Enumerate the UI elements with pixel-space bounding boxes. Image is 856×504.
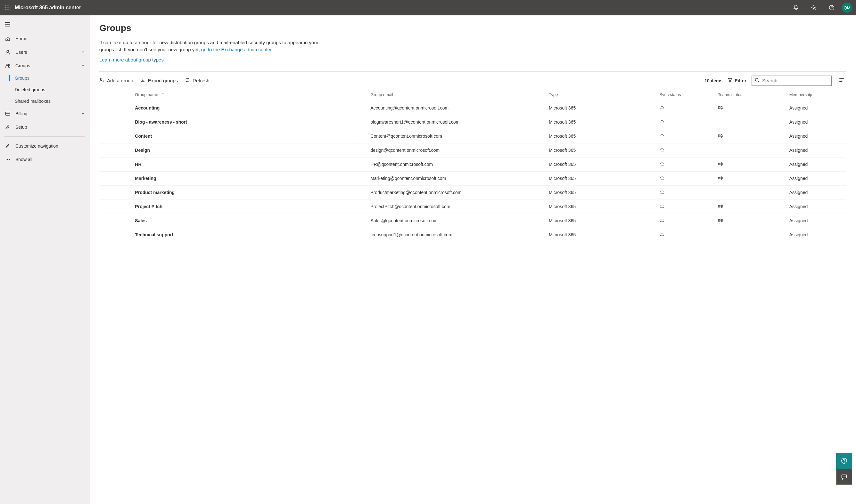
item-count: 10 items bbox=[705, 78, 723, 83]
floating-help-button[interactable] bbox=[836, 453, 852, 469]
cell-type: Microsoft 365 bbox=[549, 228, 659, 242]
avatar[interactable]: QM bbox=[842, 3, 852, 13]
cell-name[interactable]: HR bbox=[135, 157, 342, 171]
cell-name[interactable]: Sales bbox=[135, 214, 342, 228]
floating-feedback-button[interactable] bbox=[836, 469, 852, 485]
sidebar-item-billing[interactable]: Billing bbox=[0, 107, 90, 121]
table-row[interactable]: Blog - awareness - shortblogawareshort1@… bbox=[99, 115, 846, 129]
search-box[interactable] bbox=[752, 76, 832, 86]
table-row[interactable]: Project PitchProjectPitch@qcontent.onmic… bbox=[99, 199, 846, 214]
notifications-icon[interactable] bbox=[788, 0, 803, 15]
cell-name[interactable]: Blog - awareness - short bbox=[135, 115, 342, 129]
cell-email: Content@qcontent.onmicrosoft.com bbox=[370, 129, 549, 143]
cell-name[interactable]: Accounting bbox=[135, 101, 342, 115]
sidebar-item-label: Customize navigation bbox=[15, 143, 58, 148]
cell-teams bbox=[718, 101, 789, 115]
row-actions-button[interactable] bbox=[342, 176, 368, 181]
app-title: Microsoft 365 admin center bbox=[15, 5, 81, 11]
row-actions-button[interactable] bbox=[342, 190, 368, 195]
cell-teams bbox=[718, 129, 789, 143]
cell-name[interactable]: Design bbox=[135, 143, 342, 157]
row-actions-button[interactable] bbox=[342, 106, 368, 110]
sidebar-subitem-groups[interactable]: Groups bbox=[0, 72, 90, 84]
filter-button[interactable]: Filter bbox=[728, 77, 746, 84]
table-row[interactable]: Designdesign@qcontent.onmicrosoft.comMic… bbox=[99, 143, 846, 157]
cloud-icon bbox=[659, 106, 664, 111]
col-sync-status[interactable]: Sync status bbox=[659, 88, 718, 101]
row-actions-button[interactable] bbox=[342, 120, 368, 124]
sidebar-item-setup[interactable]: Setup bbox=[0, 121, 90, 134]
cell-teams bbox=[718, 214, 789, 228]
filter-icon bbox=[728, 77, 733, 84]
search-icon bbox=[754, 77, 760, 84]
cell-email: design@qcontent.onmicrosoft.com bbox=[370, 143, 549, 157]
filter-label: Filter bbox=[735, 78, 746, 83]
teams-icon bbox=[718, 162, 724, 167]
cell-membership: Assigned bbox=[789, 143, 846, 157]
teams-icon bbox=[718, 134, 724, 139]
sidebar-item-groups[interactable]: Groups bbox=[0, 59, 90, 72]
cell-membership: Assigned bbox=[789, 185, 846, 199]
row-actions-button[interactable] bbox=[342, 232, 368, 237]
add-group-button[interactable]: Add a group bbox=[99, 77, 133, 84]
search-input[interactable] bbox=[762, 78, 829, 83]
home-icon bbox=[4, 36, 11, 41]
cell-membership: Assigned bbox=[789, 199, 846, 214]
app-launcher-icon[interactable] bbox=[4, 4, 10, 11]
sidebar-item-home[interactable]: Home bbox=[0, 32, 90, 46]
sidebar-item-users[interactable]: Users bbox=[0, 46, 90, 59]
table-row[interactable]: Technical supporttechsupport1@qcontent.o… bbox=[99, 228, 846, 242]
cell-name[interactable]: Project Pitch bbox=[135, 199, 342, 214]
cell-sync bbox=[659, 143, 718, 157]
table-row[interactable]: SalesSales@qcontent.onmicrosoft.comMicro… bbox=[99, 214, 846, 228]
row-actions-button[interactable] bbox=[342, 134, 368, 138]
nav-divider bbox=[4, 137, 85, 137]
teams-icon bbox=[718, 106, 724, 111]
col-teams-status[interactable]: Teams status bbox=[718, 88, 789, 101]
exchange-link[interactable]: go to the Exchange admin center. bbox=[201, 47, 273, 52]
col-group-email[interactable]: Group email bbox=[370, 88, 549, 101]
table-row[interactable]: Product marketingProductmarketing@qconte… bbox=[99, 185, 846, 199]
row-actions-button[interactable] bbox=[342, 204, 368, 209]
cell-type: Microsoft 365 bbox=[549, 143, 659, 157]
col-group-name[interactable]: Group name bbox=[135, 88, 342, 101]
cloud-icon bbox=[659, 162, 664, 167]
cell-type: Microsoft 365 bbox=[549, 171, 659, 185]
sidebar-subitem-shared-mailboxes[interactable]: Shared mailboxes bbox=[0, 95, 90, 107]
more-icon bbox=[4, 157, 11, 162]
sidebar-item-customize[interactable]: Customize navigation bbox=[0, 139, 90, 153]
sidebar-subitem-deleted-groups[interactable]: Deleted groups bbox=[0, 84, 90, 95]
sidebar-toggle[interactable] bbox=[0, 18, 15, 31]
cell-name[interactable]: Product marketing bbox=[135, 185, 342, 199]
cell-name[interactable]: Marketing bbox=[135, 171, 342, 185]
row-actions-button[interactable] bbox=[342, 162, 368, 166]
export-groups-button[interactable]: Export groups bbox=[140, 77, 178, 84]
table-row[interactable]: AccountingAccounting@qcontent.onmicrosof… bbox=[99, 101, 846, 115]
table-row[interactable]: HRHR@qcontent.onmicrosoft.comMicrosoft 3… bbox=[99, 157, 846, 171]
cell-type: Microsoft 365 bbox=[549, 157, 659, 171]
refresh-button[interactable]: Refresh bbox=[185, 77, 210, 84]
list-options-button[interactable] bbox=[837, 76, 846, 85]
cell-email: HR@qcontent.onmicrosoft.com bbox=[370, 157, 549, 171]
table-row[interactable]: MarketingMarketing@qcontent.onmicrosoft.… bbox=[99, 171, 846, 185]
sidebar-item-showall[interactable]: Show all bbox=[0, 153, 90, 166]
sidebar-item-label: Show all bbox=[15, 157, 32, 162]
table-row[interactable]: ContentContent@qcontent.onmicrosoft.comM… bbox=[99, 129, 846, 143]
help-icon[interactable] bbox=[824, 0, 839, 15]
cell-membership: Assigned bbox=[789, 171, 846, 185]
topbar: Microsoft 365 admin center QM bbox=[0, 0, 856, 15]
cell-type: Microsoft 365 bbox=[549, 115, 659, 129]
settings-icon[interactable] bbox=[806, 0, 821, 15]
row-actions-button[interactable] bbox=[342, 218, 368, 223]
learn-more-link[interactable]: Learn more about group types bbox=[99, 57, 846, 62]
cell-teams bbox=[718, 157, 789, 171]
col-type[interactable]: Type bbox=[549, 88, 659, 101]
col-select[interactable] bbox=[99, 88, 135, 101]
row-actions-button[interactable] bbox=[342, 148, 368, 152]
add-user-icon bbox=[99, 77, 104, 84]
cell-name[interactable]: Technical support bbox=[135, 228, 342, 242]
col-membership[interactable]: Membership bbox=[789, 88, 846, 101]
sidebar-item-label: Billing bbox=[15, 111, 27, 116]
cell-name[interactable]: Content bbox=[135, 129, 342, 143]
sidebar-subitem-label: Groups bbox=[15, 76, 30, 81]
